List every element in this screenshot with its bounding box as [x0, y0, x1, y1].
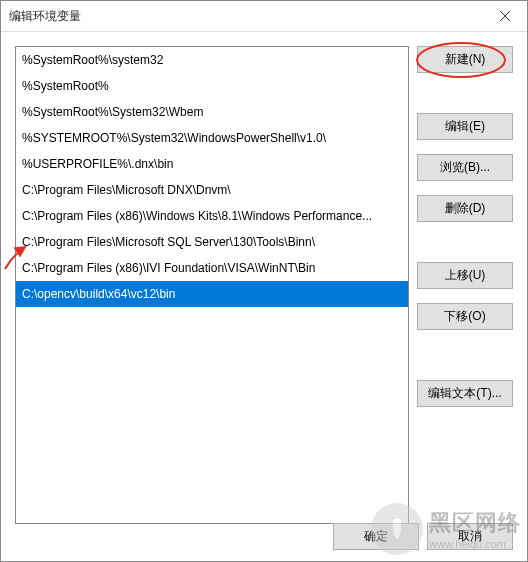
ok-button[interactable]: 确定	[333, 523, 419, 550]
content-area: %SystemRoot%\system32%SystemRoot%%System…	[1, 32, 527, 511]
list-item[interactable]: C:\opencv\build\x64\vc12\bin	[16, 281, 408, 307]
path-listbox[interactable]: %SystemRoot%\system32%SystemRoot%%System…	[15, 46, 409, 524]
list-item[interactable]: C:\Program Files\Microsoft DNX\Dnvm\	[16, 177, 408, 203]
browse-button[interactable]: 浏览(B)...	[417, 154, 513, 181]
cancel-button[interactable]: 取消	[427, 523, 513, 550]
button-column: 新建(N) 编辑(E) 浏览(B)... 删除(D) 上移(U) 下移(O) 编…	[417, 46, 513, 497]
move-down-button[interactable]: 下移(O)	[417, 303, 513, 330]
close-button[interactable]	[482, 1, 527, 31]
titlebar: 编辑环境变量	[1, 1, 527, 32]
window-title: 编辑环境变量	[9, 8, 81, 25]
list-item[interactable]: %SystemRoot%\System32\Wbem	[16, 99, 408, 125]
move-up-button[interactable]: 上移(U)	[417, 262, 513, 289]
dialog-button-bar: 确定 取消	[1, 511, 527, 561]
list-item[interactable]: %SystemRoot%	[16, 73, 408, 99]
list-item[interactable]: %USERPROFILE%\.dnx\bin	[16, 151, 408, 177]
list-item[interactable]: C:\Program Files (x86)\IVI Foundation\VI…	[16, 255, 408, 281]
list-item[interactable]: %SystemRoot%\system32	[16, 47, 408, 73]
edit-text-button[interactable]: 编辑文本(T)...	[417, 380, 513, 407]
list-item[interactable]: C:\Program Files\Microsoft SQL Server\13…	[16, 229, 408, 255]
list-item[interactable]: C:\Program Files (x86)\Windows Kits\8.1\…	[16, 203, 408, 229]
close-icon	[500, 11, 510, 21]
edit-button[interactable]: 编辑(E)	[417, 113, 513, 140]
new-button[interactable]: 新建(N)	[417, 46, 513, 73]
delete-button[interactable]: 删除(D)	[417, 195, 513, 222]
list-item[interactable]: %SYSTEMROOT%\System32\WindowsPowerShell\…	[16, 125, 408, 151]
